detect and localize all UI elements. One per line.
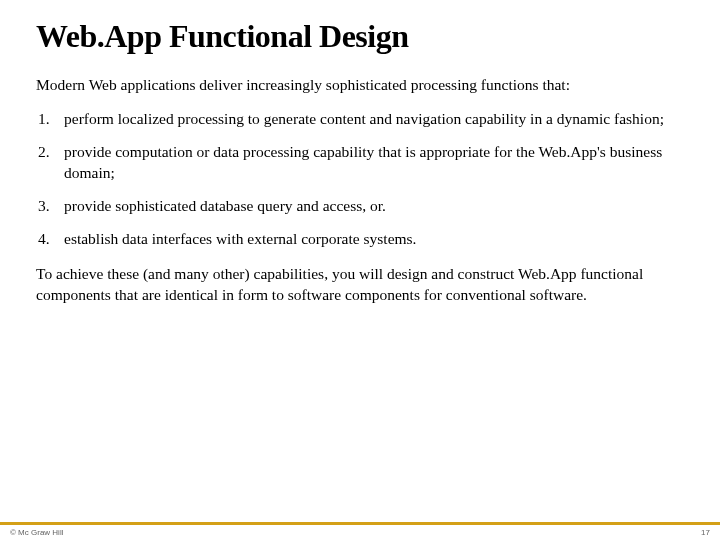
list-number: 2. <box>36 142 64 184</box>
numbered-list: 1. perform localized processing to gener… <box>36 109 684 250</box>
list-item: 4. establish data interfaces with extern… <box>36 229 684 250</box>
copyright-text: © Mc Graw Hill <box>10 528 63 537</box>
conclusion-text: To achieve these (and many other) capabi… <box>36 264 684 306</box>
list-number: 4. <box>36 229 64 250</box>
intro-text: Modern Web applications deliver increasi… <box>36 75 684 95</box>
list-text: establish data interfaces with external … <box>64 229 684 250</box>
slide-footer: © Mc Graw Hill 17 <box>0 522 720 540</box>
page-number: 17 <box>701 528 710 537</box>
list-item: 1. perform localized processing to gener… <box>36 109 684 130</box>
list-text: provide sophisticated database query and… <box>64 196 684 217</box>
slide-title: Web.App Functional Design <box>36 18 684 55</box>
list-number: 1. <box>36 109 64 130</box>
list-number: 3. <box>36 196 64 217</box>
list-item: 2. provide computation or data processin… <box>36 142 684 184</box>
list-text: provide computation or data processing c… <box>64 142 684 184</box>
list-text: perform localized processing to generate… <box>64 109 684 130</box>
list-item: 3. provide sophisticated database query … <box>36 196 684 217</box>
slide-content: Web.App Functional Design Modern Web app… <box>0 0 720 306</box>
